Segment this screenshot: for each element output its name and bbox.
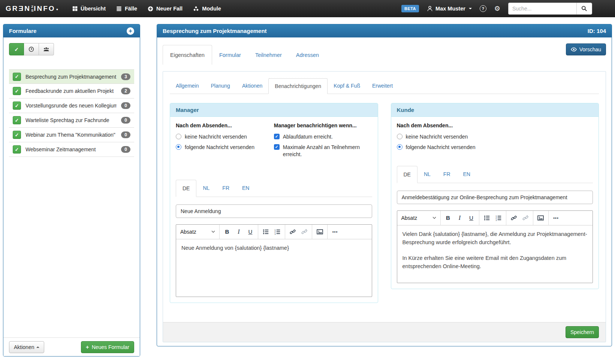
lang-tab-nl[interactable]: NL [196, 180, 216, 197]
nav-item-faelle[interactable]: Fälle [111, 0, 142, 17]
nav-item-module[interactable]: Module [188, 0, 226, 17]
lang-tab-de[interactable]: DE [397, 166, 417, 183]
paragraph-style-dropdown[interactable]: Absatz [178, 229, 217, 235]
tab-teilnehmer[interactable]: Teilnehmer [248, 45, 289, 65]
radio-send-message[interactable]: folgende Nachricht versenden [176, 144, 270, 151]
more-tools-icon[interactable]: ••• [551, 212, 562, 224]
filter-scheduled-forms-button[interactable] [24, 43, 39, 55]
bullet-list-icon[interactable] [260, 226, 271, 237]
list-item[interactable]: ✓ Warteliste Sprechtag zur Fachrunde 0 [9, 113, 134, 128]
save-button[interactable]: Speichern [566, 326, 599, 338]
filter-participants-button[interactable] [39, 43, 54, 55]
link-icon[interactable] [508, 212, 519, 224]
check-icon[interactable]: ✓ [13, 131, 21, 139]
tab-aktionen[interactable]: Aktionen [236, 78, 268, 94]
tab-benachrichtigungen[interactable]: Benachrichtigungen [268, 78, 328, 94]
list-item[interactable]: ✓ Webinar zum Thema "Kommunikation" 0 [9, 128, 134, 142]
radio-icon[interactable] [397, 144, 403, 150]
nav-item-uebersicht[interactable]: Übersicht [67, 0, 111, 17]
tab-planung[interactable]: Planung [205, 78, 236, 94]
radio-send-message[interactable]: folgende Nachricht versenden [397, 144, 590, 151]
sidebar-header: Formulare + [3, 24, 140, 37]
checkbox-icon[interactable]: ✓ [274, 134, 280, 139]
brand-logo-dot: ● [56, 7, 58, 11]
italic-button[interactable]: I [233, 226, 244, 237]
italic-button[interactable]: I [454, 212, 465, 224]
check-icon[interactable]: ✓ [13, 116, 21, 124]
lang-tab-en[interactable]: EN [457, 166, 477, 183]
link-icon[interactable] [287, 226, 298, 237]
tab-adressen[interactable]: Adressen [289, 45, 326, 65]
manager-notify-group: Manager benachrichtigen wenn... ✓ Ablauf… [274, 122, 372, 158]
clock-icon [28, 46, 34, 52]
manager-message-body[interactable]: Neue Anmeldung von {salutation} {lastnam… [176, 239, 372, 297]
grid-icon [72, 6, 78, 11]
manager-subject-input[interactable] [176, 204, 372, 218]
paragraph-style-dropdown[interactable]: Absatz [399, 215, 438, 221]
underline-button[interactable]: U [466, 212, 477, 224]
chevron-down-icon [469, 8, 472, 9]
underline-button[interactable]: U [245, 226, 256, 237]
checkbox-max-participants[interactable]: ✓ Maximale Anzahl an Teilnehmern erreich… [274, 144, 368, 158]
list-item[interactable]: ✓ Vorstellungsrunde des neuen Kollegiums… [9, 98, 134, 113]
sidebar-title: Formulare [9, 28, 36, 34]
radio-no-message[interactable]: keine Nachricht versenden [397, 133, 590, 140]
bold-button[interactable]: B [443, 212, 454, 224]
form-filter-group: ✓ [9, 43, 54, 55]
actions-dropdown-button[interactable]: Aktionen [9, 341, 44, 353]
image-icon[interactable] [314, 226, 325, 237]
filter-active-forms-button[interactable]: ✓ [9, 43, 24, 55]
tab-eigenschaften[interactable]: Eigenschaften [163, 45, 212, 65]
radio-icon[interactable] [176, 144, 181, 150]
manager-language-tabs: DE NL FR EN [176, 180, 372, 197]
search-input[interactable] [508, 3, 576, 15]
unlink-icon[interactable] [520, 212, 531, 224]
lang-tab-fr[interactable]: FR [437, 166, 457, 183]
add-form-icon[interactable]: + [127, 27, 134, 35]
list-item[interactable]: ✓ Feedbackrunde zum aktuellen Projekt 2 [9, 84, 134, 98]
lang-tab-nl[interactable]: NL [417, 166, 437, 183]
list-item[interactable]: ✓ Webseminar Zeitmanagement 0 [9, 142, 134, 157]
lang-tab-en[interactable]: EN [236, 180, 256, 197]
checkbox-expiry-reached[interactable]: ✓ Ablaufdatum erreicht. [274, 133, 368, 140]
unlink-icon[interactable] [299, 226, 310, 237]
user-menu[interactable]: Max Muster [427, 6, 472, 12]
radio-icon[interactable] [397, 134, 403, 139]
numbered-list-icon[interactable]: 123 [493, 212, 504, 224]
count-badge: 0 [121, 146, 130, 153]
checkbox-icon[interactable]: ✓ [274, 144, 280, 150]
numbered-list-icon[interactable]: 123 [272, 226, 283, 237]
list-item[interactable]: ✓ Besprechung zum Projektmanagement 3 [9, 69, 134, 84]
sidebar-body: ✓ ✓ Besprechung zum Projektmanagement 3 … [3, 37, 140, 337]
kunde-subject-input[interactable] [397, 191, 593, 204]
kunde-panel: Kunde Nach dem Absenden... keine Nachric… [391, 103, 599, 289]
tab-erweitert[interactable]: Erweitert [366, 78, 399, 94]
bold-button[interactable]: B [221, 226, 233, 237]
bullet-list-icon[interactable] [481, 212, 492, 224]
kunde-message-body[interactable]: Vielen Dank {salutation} {lastname}, die… [397, 225, 593, 283]
new-form-button[interactable]: + Neues Formular [81, 341, 134, 353]
more-tools-icon[interactable]: ••• [329, 226, 341, 237]
count-badge: 3 [121, 73, 130, 80]
radio-icon[interactable] [176, 134, 181, 139]
lang-tab-fr[interactable]: FR [216, 180, 236, 197]
check-icon[interactable]: ✓ [13, 87, 21, 95]
check-icon: ✓ [14, 46, 19, 52]
nav-item-neuer-fall[interactable]: Neuer Fall [142, 0, 188, 17]
search-button[interactable] [576, 3, 592, 15]
manager-panel: Manager Nach dem Absenden... keine Nachr… [170, 103, 378, 303]
check-icon[interactable]: ✓ [13, 73, 21, 81]
gear-icon[interactable]: ⚙ [494, 5, 500, 12]
tab-formular[interactable]: Formular [212, 45, 248, 65]
form-detail-body: Eigenschaften Formular Teilnehmer Adress… [157, 37, 612, 346]
check-icon[interactable]: ✓ [13, 101, 21, 110]
brand-logo[interactable]: GRƎN ZS INFO● [6, 4, 58, 13]
tab-allgemein[interactable]: Allgemein [170, 78, 205, 94]
help-icon[interactable]: ? [480, 5, 486, 12]
radio-no-message[interactable]: keine Nachricht versenden [176, 133, 270, 140]
image-icon[interactable] [535, 212, 546, 224]
tab-kopf-fuss[interactable]: Kopf & Fuß [328, 78, 366, 94]
check-icon[interactable]: ✓ [13, 145, 21, 154]
preview-button[interactable]: Vorschau [566, 43, 606, 55]
lang-tab-de[interactable]: DE [176, 180, 196, 197]
